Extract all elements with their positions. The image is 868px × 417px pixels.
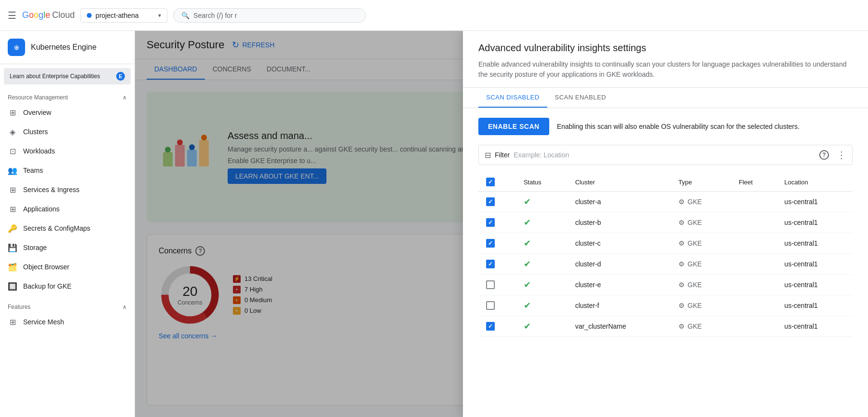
sidebar-item-label: Secrets & ConfigMaps [23,224,90,232]
status-ok-icon: ✔ [524,259,531,269]
row-type: ⚙ GKE [671,233,731,254]
row-checkbox-cell: ✓ [478,254,516,275]
row-checkbox-cell: ✓ [478,316,516,337]
row-type: ⚙ GKE [671,192,731,212]
row-checkbox[interactable] [486,301,495,310]
row-checkbox[interactable]: ✓ [486,239,495,248]
service-mesh-icon: ⊞ [8,317,17,327]
table-row: ✓ ✔ cluster-b ⚙ GKE us-central1 [478,212,853,233]
row-location: us-central1 [777,316,853,337]
status-ok-icon: ✔ [524,238,531,248]
secrets-icon: 🔑 [8,223,17,233]
row-type: ⚙ GKE [671,316,731,337]
column-settings-icon[interactable]: ⋮ [837,149,846,161]
sidebar-item-object-browser[interactable]: 🗂️ Object Browser [0,257,135,277]
select-all-checkbox[interactable]: ✓ [486,178,495,186]
sidebar-item-label: Workloads [23,147,55,155]
tab-scan-disabled[interactable]: SCAN DISABLED [478,88,547,108]
kubernetes-icon: ⎈ [8,39,25,56]
type-cell: ⚙ GKE [678,260,723,268]
row-checkbox-cell: ✓ [478,192,516,212]
enterprise-banner[interactable]: Learn about Enterprise Capabilities E [4,68,131,84]
header-fleet: Fleet [731,173,777,192]
dialog-tabs: SCAN DISABLED SCAN ENABLED [463,88,868,108]
header-checkbox: ✓ [478,173,516,192]
row-checkbox[interactable] [486,280,495,289]
row-checkbox[interactable]: ✓ [486,218,495,227]
table-row: ✓ ✔ cluster-c ⚙ GKE us-central1 [478,233,853,254]
sidebar-item-secrets[interactable]: 🔑 Secrets & ConfigMaps [0,219,135,238]
row-location: us-central1 [777,275,853,295]
sidebar-item-storage[interactable]: 💾 Storage [0,238,135,257]
collapse-icon[interactable]: ∧ [122,94,127,101]
dialog-body: ENABLE SCAN Enabling this scan will also… [463,108,868,417]
search-box[interactable]: 🔍 Search (/) for r [173,8,366,23]
table-row: ✔ cluster-e ⚙ GKE us-central1 [478,275,853,295]
filter-input[interactable]: Example: Location [514,151,569,159]
table-row: ✓ ✔ var_clusterName ⚙ GKE us-central1 [478,316,853,337]
enable-scan-button[interactable]: ENABLE SCAN [478,118,549,135]
sidebar-item-label: Object Browser [23,263,69,271]
row-type: ⚙ GKE [671,295,731,316]
google-cloud-logo: Google Cloud [22,10,75,20]
menu-icon[interactable]: ☰ [8,10,16,21]
sidebar-item-teams[interactable]: 👥 Teams [0,161,135,180]
gke-icon: ⚙ [678,302,685,309]
row-status: ✔ [516,212,568,233]
filter-bar: ⊟ Filter Example: Location ? ⋮ [478,145,853,165]
row-checkbox[interactable]: ✓ [486,322,495,331]
sidebar-header: ⎈ Kubernetes Engine [0,31,135,64]
sidebar-item-workloads[interactable]: ⊡ Workloads [0,141,135,161]
sidebar-item-label: Teams [23,167,43,174]
chevron-down-icon: ▾ [158,12,161,19]
type-cell: ⚙ GKE [678,281,723,289]
resource-management-label: Resource Management ∧ [0,90,135,103]
row-location: us-central1 [777,254,853,275]
sidebar-item-clusters[interactable]: ◈ Clusters [0,122,135,141]
content-area: Security Posture ↻ REFRESH DASHBOARD CON… [135,31,868,417]
dialog-panel: Advanced vulnerability insights settings… [463,31,868,417]
search-icon: 🔍 [181,12,190,19]
header-type: Type [671,173,731,192]
backup-icon: 🔲 [8,281,17,291]
type-cell: ⚙ GKE [678,322,723,330]
teams-icon: 👥 [8,166,17,175]
applications-icon: ⊞ [8,204,17,214]
filter-icon: ⊟ [485,151,491,160]
sidebar-item-services[interactable]: ⊞ Services & Ingress [0,180,135,199]
tab-scan-enabled[interactable]: SCAN ENABLED [547,88,614,108]
row-location: us-central1 [777,212,853,233]
type-cell: ⚙ GKE [678,198,723,206]
row-status: ✔ [516,275,568,295]
sidebar-item-backup[interactable]: 🔲 Backup for GKE [0,277,135,296]
row-type: ⚙ GKE [671,212,731,233]
row-fleet [731,275,777,295]
row-checkbox[interactable]: ✓ [486,197,495,206]
sidebar-title: Kubernetes Engine [31,43,96,52]
row-cluster: cluster-b [568,212,671,233]
collapse-features-icon[interactable]: ∧ [122,304,127,310]
row-location: us-central1 [777,192,853,212]
sidebar-item-overview[interactable]: ⊞ Overview [0,103,135,122]
project-selector[interactable]: project-athena ▾ [81,8,167,23]
row-type: ⚙ GKE [671,254,731,275]
filter-label: Filter [495,151,510,159]
clusters-table: ✓ Status Cluster Type Fleet Location ✓ ✔ [478,173,853,337]
enable-scan-text: Enabling this scan will also enable OS v… [557,123,800,130]
sidebar: ⎈ Kubernetes Engine Learn about Enterpri… [0,31,135,417]
row-fleet [731,212,777,233]
dialog-header: Advanced vulnerability insights settings… [463,31,868,88]
row-checkbox[interactable]: ✓ [486,260,495,268]
filter-actions: ? ⋮ [819,149,846,161]
row-type: ⚙ GKE [671,275,731,295]
sidebar-item-service-mesh[interactable]: ⊞ Service Mesh [0,312,135,332]
row-fleet [731,316,777,337]
sidebar-item-applications[interactable]: ⊞ Applications [0,199,135,219]
gke-icon: ⚙ [678,281,685,289]
type-cell: ⚙ GKE [678,239,723,247]
filter-help-icon[interactable]: ? [819,150,829,160]
row-fleet [731,192,777,212]
features-section: Features ∧ ⊞ Service Mesh [0,298,135,334]
workloads-icon: ⊡ [8,146,17,156]
row-cluster: cluster-f [568,295,671,316]
